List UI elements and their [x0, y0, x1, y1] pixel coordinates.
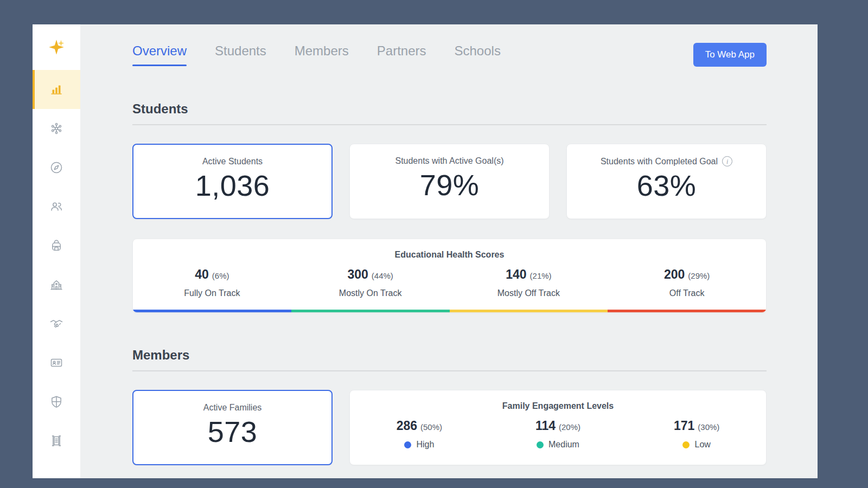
stat-value: 171: [674, 419, 694, 433]
stat-value: 300: [347, 267, 368, 281]
bar-segment-fully-on-track: [133, 310, 291, 312]
card-value: 79%: [420, 168, 480, 202]
card-label-text: Students with Completed Goal: [601, 157, 718, 166]
engagement-stat-high: 286(50%) High: [350, 419, 489, 450]
top-tabs: Overview Students Members Partners Schoo…: [132, 43, 501, 66]
stat-value: 286: [397, 419, 417, 433]
stat-percent: (29%): [688, 271, 710, 280]
stat-value: 200: [664, 267, 685, 281]
sidebar-item-records[interactable]: [33, 421, 80, 460]
scroll-icon: [49, 434, 63, 448]
sidebar-item-partners[interactable]: [33, 304, 80, 343]
stat-percent: (6%): [212, 271, 229, 280]
tab-members[interactable]: Members: [295, 43, 349, 66]
stat-label: Off Track: [608, 288, 766, 298]
school-building-icon: [49, 278, 63, 292]
bar-segment-mostly-off-track: [450, 310, 608, 312]
engagement-stat-low: 171(30%) Low: [627, 419, 766, 450]
sidebar-item-students[interactable]: [33, 226, 80, 265]
card-value: 573: [208, 415, 258, 448]
health-stat-mostly-off-track: 140(21%) Mostly Off Track: [450, 267, 608, 298]
active-students-card[interactable]: Active Students 1,036: [132, 144, 333, 219]
members-section: Members Active Families 573 Family Engag…: [132, 348, 767, 465]
active-families-card[interactable]: Active Families 573: [132, 390, 333, 465]
stat-label: Mostly Off Track: [450, 288, 608, 298]
stat-value: 114: [535, 419, 556, 433]
card-label: Active Families: [203, 403, 262, 413]
stat-label: Medium: [548, 440, 579, 450]
tab-partners[interactable]: Partners: [377, 43, 426, 66]
app-window: Overview Students Members Partners Schoo…: [33, 24, 818, 478]
stat-percent: (44%): [372, 271, 393, 280]
medium-dot-icon: [537, 441, 544, 448]
card-label: Students with Completed Goal i: [601, 156, 732, 166]
health-scores-stats: 40(6%) Fully On Track 300(44%) Mostly On…: [133, 267, 766, 298]
users-icon: [49, 200, 63, 214]
sidebar-item-security[interactable]: [33, 382, 80, 421]
students-section-title: Students: [132, 101, 767, 117]
engagement-stat-medium: 114(20%) Medium: [489, 419, 628, 450]
sidebar-item-schools[interactable]: [33, 265, 80, 304]
top-bar: Overview Students Members Partners Schoo…: [132, 43, 767, 67]
app-logo[interactable]: [33, 24, 80, 70]
sidebar-item-members[interactable]: [33, 343, 80, 382]
stat-percent: (20%): [559, 422, 580, 432]
card-label: Students with Active Goal(s): [395, 156, 503, 166]
educational-health-scores-card: Educational Health Scores 40(6%) Fully O…: [132, 239, 767, 313]
card-value: 63%: [637, 169, 697, 202]
family-engagement-card: Family Engagement Levels 286(50%) High: [349, 390, 767, 465]
engagement-title: Family Engagement Levels: [350, 401, 766, 411]
stat-percent: (21%): [530, 271, 552, 280]
high-dot-icon: [404, 441, 411, 448]
stat-value: 140: [506, 267, 526, 281]
bar-chart-icon: [49, 82, 63, 97]
stat-value: 40: [195, 267, 209, 281]
tab-overview[interactable]: Overview: [132, 43, 187, 66]
bar-segment-off-track: [608, 310, 766, 312]
logo-sparkle-icon: [47, 38, 66, 56]
handshake-icon: [49, 317, 63, 331]
shield-icon: [49, 395, 63, 409]
legend-row: Medium: [489, 440, 628, 450]
engagement-stats: 286(50%) High 114(20%): [350, 419, 766, 450]
sidebar: [33, 24, 80, 478]
main-content: Overview Students Members Partners Schoo…: [80, 24, 818, 478]
card-value: 1,036: [195, 169, 270, 202]
stat-percent: (50%): [420, 422, 442, 432]
section-divider: [132, 124, 767, 125]
stat-label: Fully On Track: [133, 288, 291, 298]
health-stat-off-track: 200(29%) Off Track: [608, 267, 766, 298]
sidebar-item-network[interactable]: [33, 109, 80, 148]
students-active-goals-card[interactable]: Students with Active Goal(s) 79%: [349, 144, 550, 219]
compass-icon: [49, 160, 63, 175]
members-kpi-row: Active Families 573 Family Engagement Le…: [132, 390, 767, 465]
students-completed-goal-card[interactable]: Students with Completed Goal i 63%: [566, 144, 767, 219]
sidebar-item-people[interactable]: [33, 187, 80, 226]
stat-label: High: [416, 440, 434, 450]
health-stat-mostly-on-track: 300(44%) Mostly On Track: [291, 267, 450, 298]
tab-students[interactable]: Students: [215, 43, 266, 66]
network-icon: [49, 121, 63, 136]
bar-segment-mostly-on-track: [291, 310, 450, 312]
backpack-icon: [49, 239, 63, 253]
low-dot-icon: [682, 441, 690, 448]
section-divider: [132, 370, 767, 371]
id-card-icon: [49, 356, 63, 370]
students-kpi-row: Active Students 1,036 Students with Acti…: [132, 144, 767, 219]
health-scores-title: Educational Health Scores: [133, 250, 766, 260]
health-scores-bar: [133, 310, 766, 312]
info-icon[interactable]: i: [722, 156, 732, 166]
health-stat-fully-on-track: 40(6%) Fully On Track: [133, 267, 291, 298]
students-section: Students Active Students 1,036 Students …: [132, 101, 767, 313]
card-label: Active Students: [202, 157, 263, 166]
stat-percent: (30%): [698, 422, 719, 432]
stat-label: Mostly On Track: [291, 288, 450, 298]
legend-row: High: [350, 440, 489, 450]
to-web-app-button[interactable]: To Web App: [693, 43, 767, 67]
stat-label: Low: [694, 440, 710, 450]
legend-row: Low: [627, 440, 766, 450]
tab-schools[interactable]: Schools: [455, 43, 501, 66]
sidebar-item-explore[interactable]: [33, 148, 80, 187]
members-section-title: Members: [132, 348, 767, 363]
sidebar-item-dashboard[interactable]: [33, 70, 80, 109]
